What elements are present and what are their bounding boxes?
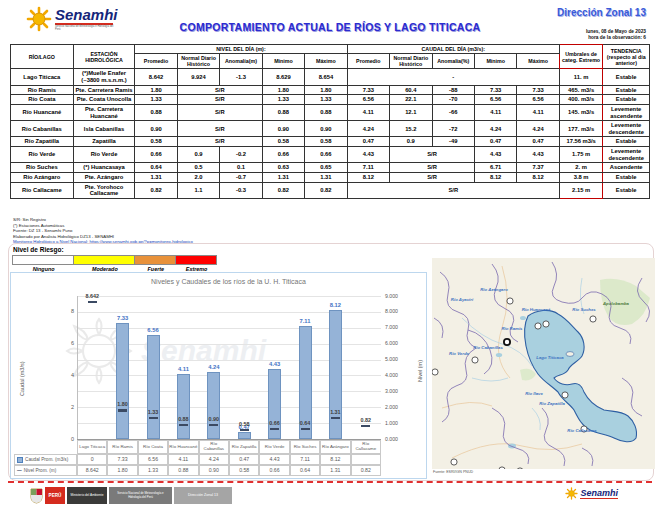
- bar-value-label: 7.33: [107, 315, 137, 321]
- chart-table-caudal: 4.11: [168, 454, 198, 465]
- caudal-cell: 4.43: [347, 147, 389, 163]
- nivel-value-label: 0.88: [168, 416, 198, 422]
- caudal-cell: 8.12: [347, 173, 389, 183]
- footer-divider: [8, 481, 652, 483]
- axis-tick-right: 5.000: [385, 356, 405, 362]
- umbral-cell: 1.75 m: [559, 147, 602, 163]
- nivel-cell: 0.65: [305, 163, 347, 173]
- nivel-cell: -1.3: [220, 69, 262, 85]
- caudal-cell: 12.1: [390, 104, 432, 120]
- umbral-cell: 400. m3/s: [559, 95, 602, 105]
- nivel-value-label: 0.82: [351, 417, 381, 423]
- nivel-value-label: 1.33: [138, 409, 168, 415]
- hydrology-table-wrap: RÍO/LAGO ESTACIÓN HIDROLÓGICA NIVEL DEL …: [10, 44, 650, 199]
- caudal-cell: 8.12: [474, 173, 516, 183]
- nivel-cell: 1.1: [177, 182, 219, 198]
- rio-cell: Río Callacame: [11, 182, 74, 198]
- rio-cell: Río Suches: [11, 163, 74, 173]
- caudal-cell: -88: [432, 85, 474, 95]
- col-tendencia: TENDENCIA (respecto al día anterior): [603, 45, 650, 69]
- chart-table-category: Lago Titicaca: [77, 440, 107, 454]
- caudal-cell: S/R: [390, 163, 475, 173]
- caudal-cell: 4.24: [347, 121, 389, 137]
- chart-table-category: Río Verde: [259, 440, 289, 454]
- sun-icon: [26, 6, 52, 32]
- estacion-cell: Pte. Carretera Huancané: [73, 104, 135, 120]
- rio-cell: Río Azángaro: [11, 173, 74, 183]
- map-label: Río Ayaviri: [451, 297, 474, 302]
- table-row: Río HuancanéPte. Carretera Huancané0.88S…: [11, 104, 650, 120]
- bar: [207, 372, 220, 439]
- caudal-cell: 15.2: [390, 121, 432, 137]
- station-marker: [543, 321, 549, 327]
- nivel-value-label: 1.31: [320, 409, 350, 415]
- tendencia-cell: Estable: [603, 95, 650, 105]
- legend-nivel: —Nivel Prom. (m): [14, 465, 77, 476]
- axis-tick-right: 9.000: [385, 293, 405, 299]
- col-caudal-anomalia: Anomalía(%): [432, 54, 474, 69]
- nivel-cell: 0.66: [262, 147, 304, 163]
- senamhi-logo: Senamhi Servicio Nacional de Meteorologí…: [26, 6, 118, 32]
- nivel-cell: 0.58: [135, 137, 177, 147]
- estacion-cell: Pte. Carretera Ramis: [73, 85, 135, 95]
- chart-table-nivel: 0.64: [290, 465, 320, 476]
- ministerio-box: Ministerio del Ambiente: [67, 487, 107, 504]
- nivel-cell: 1.80: [305, 85, 347, 95]
- estacion-cell: Pte. Azángaro: [73, 173, 135, 183]
- umbral-cell: 2.15 m: [559, 182, 602, 198]
- nivel-cell: 1.80: [135, 85, 177, 95]
- nivel-cell: 2.0: [177, 173, 219, 183]
- axis-tick-right: 8.000: [385, 308, 405, 314]
- tendencia-cell: Levemente descendente: [603, 121, 650, 137]
- umbral-cell: 177. m3/s: [559, 121, 602, 137]
- bar: [177, 374, 190, 439]
- nivel-marker: [361, 425, 370, 427]
- bar-value-label: 7.11: [290, 318, 320, 324]
- estacion-cell: Zapatilla: [73, 137, 135, 147]
- tendencia-cell: Estable: [603, 137, 650, 147]
- nivel-cell: 0.5: [177, 163, 219, 173]
- chart-table-caudal: 0: [77, 454, 107, 465]
- chart-gridline: [77, 296, 381, 297]
- chart-table-caudal: 6.56: [138, 454, 168, 465]
- map-label: Río Verde: [449, 351, 470, 356]
- axis-tick-right: 1.000: [385, 420, 405, 426]
- nivel-cell: 0.82: [305, 182, 347, 198]
- bar-value-label: 6.56: [138, 327, 168, 333]
- chart-table-caudal: 7.33: [107, 454, 137, 465]
- nivel-marker: [270, 428, 279, 430]
- zone-label: Dirección Zonal 13: [557, 7, 646, 18]
- rio-cell: Río Cabanillas: [11, 121, 74, 137]
- chart-table-nivel: 0.90: [199, 465, 229, 476]
- umbral-cell: 3.8 m: [559, 173, 602, 183]
- umbral-cell: 11. m: [559, 69, 602, 85]
- caudal-cell: -70: [432, 95, 474, 105]
- nivel-cell: 1.31: [262, 173, 304, 183]
- chart-title: Niveles y Caudales de los ríos de la U. …: [71, 278, 386, 285]
- chart-y-axis: [77, 296, 78, 439]
- estacion-cell: (*)Muelle Enafer (~3800 m.s.n.m.): [73, 69, 135, 85]
- col-estacion: ESTACIÓN HIDROLÓGICA: [73, 45, 135, 69]
- caudal-cell: 22.1: [390, 95, 432, 105]
- station-marker: [432, 369, 438, 375]
- table-row: Río AzángaroPte. Azángaro1.312.0-0.71.31…: [11, 173, 650, 183]
- bar: [116, 323, 129, 439]
- chart-table-caudal: 4.43: [259, 454, 289, 465]
- caudal-cell: 7.33: [517, 85, 559, 95]
- caudal-cell: 4.11: [474, 104, 516, 120]
- observation-hour: hora de la observación: 6: [586, 35, 646, 41]
- caudal-cell: 4.11: [517, 104, 559, 120]
- nivel-cell: 0.66: [305, 147, 347, 163]
- bar-value-label: 4.24: [199, 364, 229, 370]
- risk-segment-fuerte: [134, 255, 176, 265]
- senamhi-footer-logo: Senamhi: [565, 487, 618, 500]
- nivel-cell: S/R: [177, 95, 262, 105]
- nivel-cell: 0.58: [305, 137, 347, 147]
- nivel-cell: -0.3: [220, 182, 262, 198]
- col-nivel-normal: Normal Diario Histórico: [177, 54, 219, 69]
- nivel-cell: S/R: [177, 121, 262, 137]
- chart-table-nivel: 0.58: [229, 465, 259, 476]
- chart-table-category: Río Suches: [290, 440, 320, 454]
- estacion-cell: Río Verde: [73, 147, 135, 163]
- estacion-cell: Isla Cabanillas: [73, 121, 135, 137]
